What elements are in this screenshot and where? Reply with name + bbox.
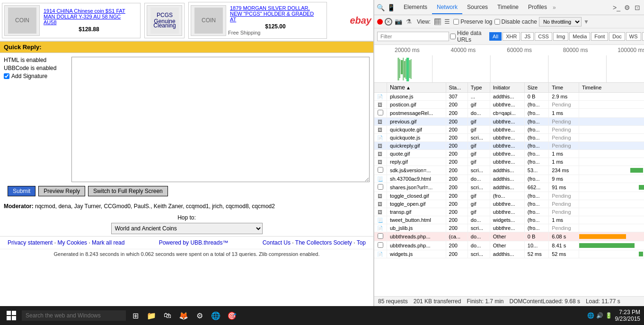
table-row[interactable]: 🖼quote.gif200gifubbthre...(fro...1 ms bbox=[374, 150, 644, 158]
table-row[interactable]: 🖼toggle_open.gif200gifubbthre...(fro...P… bbox=[374, 200, 644, 208]
top-link[interactable]: Top bbox=[357, 239, 366, 246]
table-row[interactable]: ubbthreads.php...200do...Other10...8.41 … bbox=[374, 241, 644, 250]
filter-icon[interactable]: ⚗ bbox=[405, 18, 413, 26]
th-initiator[interactable]: Initiator bbox=[490, 83, 524, 93]
chrome-icon[interactable]: 🌐 bbox=[209, 309, 222, 322]
powered-by-link[interactable]: Powered by UBB.threads™ bbox=[159, 239, 229, 246]
ad-item-3[interactable]: COIN 1879 MORGAN SILVER DOLLAR, NEW "PCG… bbox=[188, 2, 327, 39]
tab-elements[interactable]: Elements bbox=[399, 1, 432, 14]
table-row[interactable]: sdk.js&version=...200scri...addthis...53… bbox=[374, 166, 644, 175]
add-signature-checkbox[interactable] bbox=[4, 73, 9, 79]
inspect-icon[interactable]: 🔍 bbox=[376, 3, 385, 12]
ad-title-3[interactable]: 1879 MORGAN SILVER DOLLAR, NEW "PCGS" HO… bbox=[228, 5, 323, 22]
table-row[interactable]: 🖼toggle_closed.gif200gif(fro...(fro...Pe… bbox=[374, 192, 644, 200]
table-row[interactable]: 📄plusone.js307...addthis...0 B2.9 ms bbox=[374, 93, 644, 101]
tab-sources[interactable]: Sources bbox=[462, 1, 493, 14]
row-initiator: ubbthre... bbox=[490, 208, 524, 216]
svg-text:COIN: COIN bbox=[202, 17, 216, 23]
collectors-society-link[interactable]: The Collectors Society bbox=[295, 239, 352, 246]
filter-ws[interactable]: WS bbox=[626, 32, 641, 41]
more-tabs-icon[interactable]: » bbox=[553, 4, 556, 11]
filter-font[interactable]: Font bbox=[591, 32, 608, 41]
disable-cache-label[interactable]: Disable cache bbox=[494, 18, 537, 25]
reply-textarea[interactable] bbox=[71, 57, 370, 182]
throttle-expand-icon[interactable]: ▼ bbox=[583, 18, 589, 25]
tab-profiles[interactable]: Profiles bbox=[523, 1, 552, 14]
row-size: (fro... bbox=[524, 158, 548, 166]
clear-button[interactable]: ✕ bbox=[385, 18, 392, 26]
th-type[interactable]: Type bbox=[468, 83, 490, 93]
record-button[interactable] bbox=[377, 19, 383, 25]
settings-icon[interactable]: ⚙ bbox=[623, 3, 631, 12]
taskbar-search-input[interactable] bbox=[22, 310, 126, 321]
table-row[interactable]: 🖼transp.gif200gifubbthre...(fro...Pendin… bbox=[374, 208, 644, 216]
hide-urls-label[interactable]: Hide data URLs bbox=[450, 30, 485, 43]
filter-all[interactable]: All bbox=[489, 32, 502, 41]
contact-link[interactable]: Contact Us bbox=[263, 239, 291, 246]
row-checkbox[interactable] bbox=[378, 110, 383, 115]
row-checkbox[interactable] bbox=[378, 242, 383, 248]
table-row[interactable]: postmessageRel...200do...cb=qapi...(fro.… bbox=[374, 109, 644, 118]
submit-button[interactable]: Submit bbox=[8, 186, 35, 196]
table-row[interactable]: shares.json?url=...200scri...addthis...6… bbox=[374, 183, 644, 192]
filter-input[interactable] bbox=[377, 32, 449, 41]
filter-doc[interactable]: Doc bbox=[609, 32, 625, 41]
hide-urls-checkbox[interactable] bbox=[450, 34, 456, 39]
table-row[interactable]: 🖼reply.gif200gifubbthre...(fro...1 ms bbox=[374, 158, 644, 166]
add-signature-label[interactable]: Add Signature bbox=[11, 73, 47, 79]
table-row[interactable]: 📃tweet_button.html200do...widgets...(fro… bbox=[374, 216, 644, 224]
table-row[interactable]: 📄widgets.js200scri...addthis...52 ms52 m… bbox=[374, 250, 644, 258]
app1-icon[interactable]: ⚙ bbox=[193, 309, 206, 322]
table-row[interactable]: 📃sh.43700ac9.html200do...addthis...(fro.… bbox=[374, 175, 644, 183]
filter-img[interactable]: Img bbox=[553, 32, 568, 41]
ad-title-1[interactable]: 1914 CHINA Chinese coin $S1 FAT MAN DOLL… bbox=[42, 8, 136, 25]
tab-timeline[interactable]: Timeline bbox=[493, 1, 523, 14]
table-row[interactable]: 🖼quickquote.gif200gifubbthre...(fro...Pe… bbox=[374, 126, 644, 134]
file-type-icon: 📄 bbox=[377, 226, 383, 231]
list-view-icon[interactable]: ☰ bbox=[443, 18, 451, 26]
filter-media[interactable]: Media bbox=[569, 32, 590, 41]
table-row[interactable]: 🖼posticon.gif200gifubbthre...(fro...Pend… bbox=[374, 101, 644, 109]
tab-network[interactable]: Network bbox=[432, 1, 462, 14]
firefox-icon[interactable]: 🦊 bbox=[177, 309, 190, 322]
privacy-link[interactable]: Privacy statement bbox=[8, 239, 53, 246]
taskview-icon[interactable]: ⊞ bbox=[129, 309, 142, 322]
preserve-log-checkbox[interactable] bbox=[453, 19, 459, 25]
disable-cache-checkbox[interactable] bbox=[494, 19, 500, 25]
file-explorer-icon[interactable]: 📁 bbox=[145, 309, 158, 322]
start-button[interactable] bbox=[4, 308, 19, 323]
table-row[interactable]: 🖼quickreply.gif200gifubbthre...(fro...Pe… bbox=[374, 142, 644, 150]
th-status[interactable]: Sta... bbox=[446, 83, 468, 93]
preserve-log-label[interactable]: Preserve log bbox=[453, 18, 492, 25]
table-row[interactable]: 📄ub_jslib.js200scri...ubbthre...(fro...P… bbox=[374, 224, 644, 232]
th-name[interactable]: Name▲ bbox=[387, 83, 446, 93]
cookies-link[interactable]: My Cookies bbox=[57, 239, 87, 246]
network-table-container[interactable]: Name▲ Sta... Type Initiator Size Time Ti… bbox=[374, 83, 644, 296]
filter-xhr[interactable]: XHR bbox=[503, 32, 520, 41]
filter-other[interactable]: Other bbox=[642, 32, 644, 41]
throttle-select[interactable]: No throttling bbox=[539, 17, 582, 26]
th-timeline[interactable]: Timeline 1.7 min bbox=[579, 83, 644, 93]
row-checkbox[interactable] bbox=[378, 233, 383, 239]
hop-select[interactable]: World and Ancient Coins bbox=[111, 223, 263, 234]
filter-css[interactable]: CSS bbox=[535, 32, 552, 41]
app2-icon[interactable]: 🎯 bbox=[225, 309, 238, 322]
row-checkbox[interactable] bbox=[378, 184, 383, 190]
filter-js[interactable]: JS bbox=[521, 32, 534, 41]
store-icon[interactable]: 🛍 bbox=[161, 309, 174, 322]
console-icon[interactable]: >_ bbox=[612, 3, 621, 12]
th-time[interactable]: Time bbox=[549, 83, 579, 93]
table-row[interactable]: ubbthreads.php...(ca...do...Other0 B6.08… bbox=[374, 232, 644, 241]
grid-view-icon[interactable] bbox=[434, 18, 441, 25]
ad-item-1[interactable]: COIN 1914 CHINA Chinese coin $S1 FAT MAN… bbox=[2, 3, 141, 38]
mark-all-read-link[interactable]: Mark all read bbox=[92, 239, 124, 246]
device-icon[interactable]: 📱 bbox=[387, 3, 395, 12]
th-size[interactable]: Size bbox=[524, 83, 548, 93]
row-checkbox[interactable] bbox=[378, 167, 383, 173]
table-row[interactable]: 📄quickquote.js200scri...ubbthre...(fro..… bbox=[374, 134, 644, 142]
preview-button[interactable]: Preview Reply bbox=[38, 186, 85, 196]
dock-icon[interactable]: ⊡ bbox=[633, 3, 642, 12]
table-row[interactable]: 🖼previous.gif200gifubbthre...(fro...Pend… bbox=[374, 118, 644, 126]
fullscreen-button[interactable]: Switch to Full Reply Screen bbox=[88, 186, 168, 196]
camera-icon[interactable]: 📷 bbox=[394, 18, 403, 26]
